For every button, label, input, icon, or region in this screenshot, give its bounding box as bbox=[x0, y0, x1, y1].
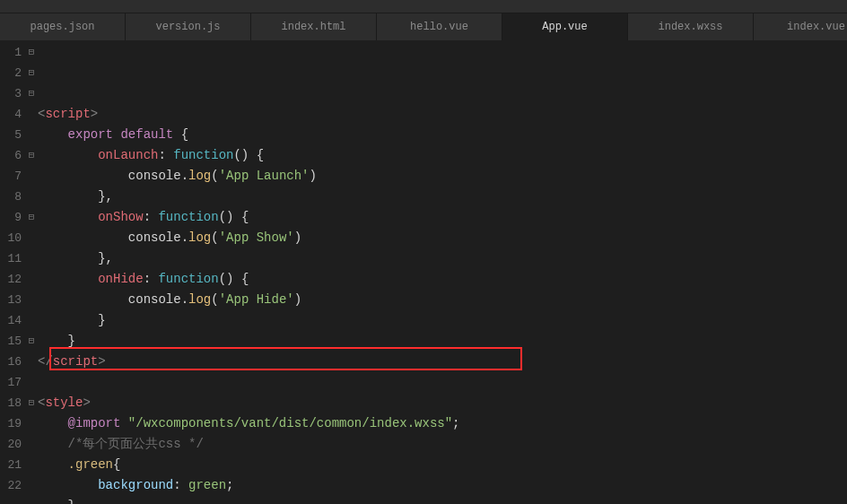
tab-index-vue[interactable]: index.vue bbox=[754, 13, 847, 40]
fold-toggle-icon[interactable]: ⊟ bbox=[25, 63, 38, 83]
code-line[interactable]: <style> bbox=[38, 393, 847, 413]
code-line[interactable]: }, bbox=[38, 187, 847, 207]
fold-spacer bbox=[25, 372, 38, 393]
code-line[interactable]: @import "/wxcomponents/vant/dist/common/… bbox=[38, 413, 847, 434]
code-line[interactable]: <script> bbox=[38, 104, 847, 125]
line-number: 3 bbox=[0, 83, 25, 104]
code-token: .green bbox=[68, 455, 113, 475]
line-number: 20 bbox=[0, 434, 25, 455]
code-line[interactable]: console.log('App Show') bbox=[38, 228, 847, 248]
code-line[interactable]: } bbox=[38, 310, 847, 331]
code-line[interactable]: .green{ bbox=[38, 455, 847, 475]
code-token: function bbox=[173, 145, 233, 166]
fold-toggle-icon[interactable]: ⊟ bbox=[25, 145, 38, 166]
fold-toggle-icon[interactable]: ⊟ bbox=[25, 331, 38, 352]
fold-spacer bbox=[25, 166, 38, 187]
code-token: . bbox=[181, 166, 188, 187]
line-number-gutter: 12345678910111213141516171819202122 bbox=[0, 40, 25, 504]
code-token: ; bbox=[452, 413, 459, 434]
code-token: > bbox=[91, 104, 98, 125]
line-number: 18 bbox=[0, 393, 25, 413]
code-token: ; bbox=[226, 475, 233, 496]
fold-toggle-icon[interactable]: ⊟ bbox=[25, 83, 38, 104]
line-number: 7 bbox=[0, 166, 25, 187]
fold-spacer bbox=[25, 187, 38, 207]
code-token: script bbox=[45, 104, 90, 125]
code-token bbox=[38, 413, 68, 434]
code-token: export bbox=[68, 125, 113, 145]
code-token: > bbox=[98, 352, 105, 372]
code-token: function bbox=[158, 269, 218, 290]
code-line[interactable]: }, bbox=[38, 248, 847, 269]
fold-toggle-icon[interactable]: ⊟ bbox=[25, 207, 38, 228]
code-token bbox=[38, 455, 68, 475]
fold-spacer bbox=[25, 352, 38, 372]
code-token: } bbox=[38, 496, 75, 504]
tab-hello-vue[interactable]: hello.vue bbox=[377, 13, 502, 40]
code-token: "/wxcomponents/vant/dist/common/index.wx… bbox=[128, 413, 452, 434]
fold-toggle-icon[interactable]: ⊟ bbox=[25, 42, 38, 63]
tab-index-wxss[interactable]: index.wxss bbox=[628, 13, 754, 40]
code-token: console bbox=[128, 166, 181, 187]
code-token bbox=[38, 269, 98, 290]
line-number: 1 bbox=[0, 42, 25, 63]
code-token: { bbox=[113, 455, 120, 475]
code-token: < bbox=[38, 104, 45, 125]
code-line[interactable]: onShow: function() { bbox=[38, 207, 847, 228]
code-line[interactable] bbox=[38, 372, 847, 393]
code-line[interactable]: export default { bbox=[38, 125, 847, 145]
code-line[interactable]: onHide: function() { bbox=[38, 269, 847, 290]
line-number: 21 bbox=[0, 455, 25, 475]
tab-App-vue[interactable]: App.vue bbox=[502, 13, 628, 40]
code-token: > bbox=[83, 393, 90, 413]
line-number: 22 bbox=[0, 475, 25, 496]
code-token: . bbox=[181, 228, 188, 248]
code-token: : bbox=[173, 475, 188, 496]
code-token: log bbox=[188, 166, 211, 187]
code-token: : bbox=[158, 145, 173, 166]
code-token: script bbox=[53, 352, 98, 372]
code-token: </ bbox=[38, 352, 53, 372]
tab-index-html[interactable]: index.html bbox=[251, 13, 377, 40]
code-line[interactable]: onLaunch: function() { bbox=[38, 145, 847, 166]
line-number: 14 bbox=[0, 310, 25, 331]
tab-version-js[interactable]: version.js bbox=[126, 13, 251, 40]
code-line[interactable]: </script> bbox=[38, 352, 847, 372]
fold-spacer bbox=[25, 310, 38, 331]
code-editor[interactable]: 12345678910111213141516171819202122 ⊟⊟⊟⊟… bbox=[0, 40, 847, 504]
code-line[interactable]: background: green; bbox=[38, 475, 847, 496]
line-number: 15 bbox=[0, 331, 25, 352]
code-token: onShow bbox=[98, 207, 143, 228]
line-number: 5 bbox=[0, 125, 25, 145]
tab-pages-json[interactable]: pages.json bbox=[0, 13, 126, 40]
code-line[interactable]: console.log('App Hide') bbox=[38, 290, 847, 310]
code-line[interactable]: } bbox=[38, 496, 847, 504]
code-token bbox=[38, 166, 128, 187]
tab-bar: pages.jsonversion.jsindex.htmlhello.vueA… bbox=[0, 13, 847, 40]
fold-spacer bbox=[25, 104, 38, 125]
code-token: ) bbox=[294, 228, 301, 248]
code-token: ( bbox=[211, 228, 218, 248]
code-token: 'App Show' bbox=[219, 228, 294, 248]
code-token bbox=[38, 228, 128, 248]
line-number: 2 bbox=[0, 63, 25, 83]
code-token bbox=[38, 475, 98, 496]
fold-gutter[interactable]: ⊟⊟⊟⊟⊟⊟⊟ bbox=[25, 40, 38, 504]
fold-spacer bbox=[25, 248, 38, 269]
fold-spacer bbox=[25, 290, 38, 310]
code-token: }, bbox=[38, 187, 113, 207]
code-token: 'App Hide' bbox=[219, 290, 294, 310]
code-line[interactable]: console.log('App Launch') bbox=[38, 166, 847, 187]
code-token bbox=[38, 145, 98, 166]
line-number: 19 bbox=[0, 413, 25, 434]
code-area[interactable]: <script> export default { onLaunch: func… bbox=[38, 40, 847, 504]
line-number: 12 bbox=[0, 269, 25, 290]
code-line[interactable]: /*每个页面公共css */ bbox=[38, 434, 847, 455]
line-number: 4 bbox=[0, 104, 25, 125]
fold-spacer bbox=[25, 269, 38, 290]
code-line[interactable]: } bbox=[38, 331, 847, 352]
fold-toggle-icon[interactable]: ⊟ bbox=[25, 393, 38, 413]
code-token: () { bbox=[219, 269, 249, 290]
line-number: 10 bbox=[0, 228, 25, 248]
code-token: ) bbox=[310, 166, 317, 187]
